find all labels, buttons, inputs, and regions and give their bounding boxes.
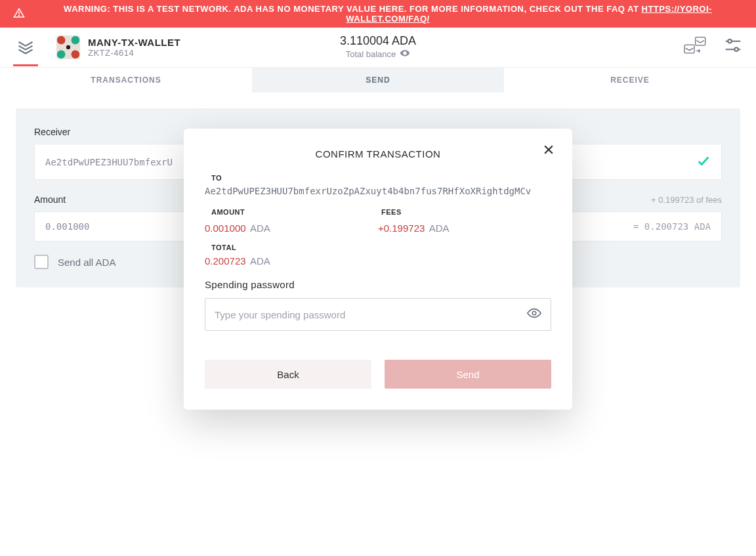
amount-value-row: 0.001000 ADA xyxy=(205,223,378,234)
total-currency: ADA xyxy=(250,255,270,267)
fees-value-row: +0.199723 ADA xyxy=(378,223,551,234)
spending-password-input[interactable] xyxy=(215,309,527,320)
amount-value: 0.001000 xyxy=(205,223,246,234)
back-button[interactable]: Back xyxy=(205,360,371,389)
fees-label: FEES xyxy=(381,208,551,216)
eye-icon[interactable] xyxy=(527,306,541,323)
modal-overlay: CONFIRM TRANSACTION TO Ae2tdPwUPEZ3HUU7b… xyxy=(0,0,756,556)
send-button[interactable]: Send xyxy=(385,360,551,389)
to-label: TO xyxy=(211,174,551,182)
password-label: Spending password xyxy=(205,279,551,290)
amount-currency: ADA xyxy=(250,223,270,234)
amount-block: AMOUNT xyxy=(211,208,381,220)
modal-title: CONFIRM TRANSACTION xyxy=(205,148,551,160)
total-value-row: 0.200723 ADA xyxy=(205,255,551,267)
fees-currency: ADA xyxy=(429,223,450,234)
total-label: TOTAL xyxy=(211,244,551,251)
svg-point-10 xyxy=(532,311,536,315)
to-address: Ae2tdPwUPEZ3HUU7bmfexrUzoZpAZxuyt4b4bn7f… xyxy=(205,186,551,196)
close-icon[interactable] xyxy=(542,143,555,159)
password-input-wrap xyxy=(205,298,551,331)
total-value: 0.200723 xyxy=(205,255,246,267)
modal-actions: Back Send xyxy=(205,360,551,389)
confirm-transaction-modal: CONFIRM TRANSACTION TO Ae2tdPwUPEZ3HUU7b… xyxy=(184,129,572,410)
amount-label: AMOUNT xyxy=(211,208,381,216)
fees-block: FEES xyxy=(381,208,551,220)
fees-value: +0.199723 xyxy=(378,223,425,234)
